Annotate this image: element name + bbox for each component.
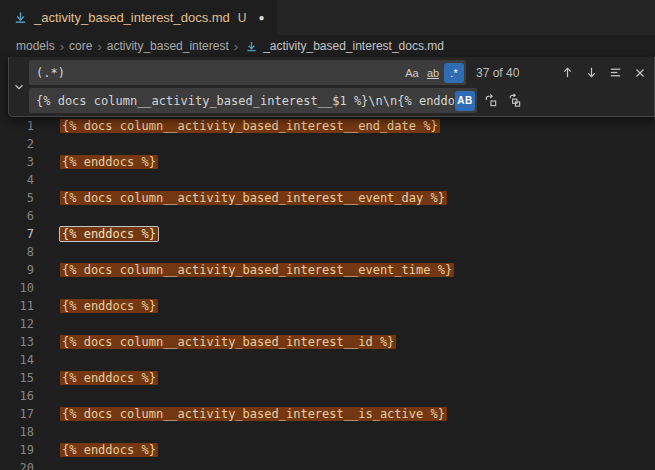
find-match: {% docs column__activity_based_interest_… bbox=[60, 191, 447, 205]
line-text: {% enddocs %} bbox=[60, 153, 158, 171]
code-line[interactable]: 4 bbox=[0, 171, 655, 189]
line-number: 14 bbox=[0, 351, 34, 369]
line-number: 9 bbox=[0, 261, 34, 279]
find-match: {% enddocs %} bbox=[60, 299, 158, 313]
line-text: {% docs column__activity_based_interest_… bbox=[60, 117, 440, 135]
code-line[interactable]: 2 bbox=[0, 135, 655, 153]
code-line[interactable]: 12 bbox=[0, 315, 655, 333]
line-text: {% docs column__activity_based_interest_… bbox=[60, 189, 447, 207]
markdown-file-icon bbox=[12, 10, 28, 26]
code-line[interactable]: 19{% enddocs %} bbox=[0, 441, 655, 459]
line-number: 20 bbox=[0, 459, 34, 470]
code-area[interactable]: 1{% docs column__activity_based_interest… bbox=[0, 117, 655, 470]
breadcrumb-separator: › bbox=[60, 40, 64, 53]
line-number: 8 bbox=[0, 243, 34, 261]
find-match: {% docs column__activity_based_interest_… bbox=[60, 119, 440, 133]
markdown-file-icon bbox=[243, 38, 259, 54]
match-count: 37 of 40 bbox=[476, 66, 519, 80]
replace-value-text: {% docs column__activity_based_interest_… bbox=[36, 94, 454, 108]
code-line[interactable]: 5{% docs column__activity_based_interest… bbox=[0, 189, 655, 207]
find-in-selection-button[interactable] bbox=[605, 62, 626, 83]
code-line[interactable]: 14 bbox=[0, 351, 655, 369]
line-number: 12 bbox=[0, 315, 34, 333]
code-line[interactable]: 20 bbox=[0, 459, 655, 470]
close-icon bbox=[633, 66, 647, 80]
line-text: {% docs column__activity_based_interest_… bbox=[60, 405, 447, 423]
code-line[interactable]: 11{% enddocs %} bbox=[0, 297, 655, 315]
find-match: {% docs column__activity_based_interest_… bbox=[60, 263, 454, 277]
tab-bar: _activity_based_interest_docs.md U ● bbox=[0, 0, 655, 35]
code-line[interactable]: 16 bbox=[0, 387, 655, 405]
line-number: 2 bbox=[0, 135, 34, 153]
code-line[interactable]: 1{% docs column__activity_based_interest… bbox=[0, 117, 655, 135]
code-line[interactable]: 13{% docs column__activity_based_interes… bbox=[0, 333, 655, 351]
replace-all-icon bbox=[507, 93, 522, 108]
line-number: 5 bbox=[0, 189, 34, 207]
code-line[interactable]: 8 bbox=[0, 243, 655, 261]
find-match: {% enddocs %} bbox=[60, 155, 158, 169]
line-number: 6 bbox=[0, 207, 34, 225]
code-line[interactable]: 18 bbox=[0, 423, 655, 441]
find-match: {% enddocs %} bbox=[60, 371, 158, 385]
line-number: 16 bbox=[0, 387, 34, 405]
editor-tab[interactable]: _activity_based_interest_docs.md U ● bbox=[0, 0, 277, 35]
replace-row: {% docs column__activity_based_interest_… bbox=[29, 88, 650, 113]
whole-word-toggle[interactable]: ab bbox=[423, 63, 443, 83]
regex-toggle[interactable]: .* bbox=[444, 63, 464, 83]
replace-input[interactable]: {% docs column__activity_based_interest_… bbox=[29, 88, 477, 113]
match-case-toggle[interactable]: Aa bbox=[402, 63, 422, 83]
chevron-down-icon bbox=[12, 80, 26, 94]
replace-all-button[interactable] bbox=[504, 90, 525, 111]
line-text: {% enddocs %} bbox=[60, 441, 158, 459]
code-line[interactable]: 9{% docs column__activity_based_interest… bbox=[0, 261, 655, 279]
next-match-button[interactable] bbox=[581, 62, 602, 83]
breadcrumb-separator: › bbox=[234, 40, 238, 53]
breadcrumb-item-core[interactable]: core bbox=[69, 39, 92, 53]
git-status-badge: U bbox=[238, 11, 247, 25]
code-line[interactable]: 6 bbox=[0, 207, 655, 225]
breadcrumb-separator: › bbox=[97, 40, 101, 53]
arrow-up-icon bbox=[560, 65, 575, 80]
line-text: {% enddocs %} bbox=[60, 369, 158, 387]
unsaved-changes-dot[interactable]: ● bbox=[259, 12, 265, 23]
breadcrumb-item-activity-based-interest[interactable]: activity_based_interest bbox=[107, 39, 229, 53]
toggle-replace-button[interactable] bbox=[9, 60, 29, 113]
line-number: 18 bbox=[0, 423, 34, 441]
replace-button[interactable] bbox=[480, 90, 501, 111]
line-number: 15 bbox=[0, 369, 34, 387]
arrow-down-icon bbox=[584, 65, 599, 80]
line-text: {% docs column__activity_based_interest_… bbox=[60, 261, 454, 279]
preserve-case-toggle[interactable]: AB bbox=[455, 91, 475, 111]
line-text: {% enddocs %} bbox=[60, 297, 158, 315]
selection-lines-icon bbox=[608, 65, 623, 80]
line-number: 11 bbox=[0, 297, 34, 315]
code-line[interactable]: 15{% enddocs %} bbox=[0, 369, 655, 387]
breadcrumb-file-label: _activity_based_interest_docs.md bbox=[263, 39, 444, 53]
find-input[interactable]: (.*) Aa ab .* bbox=[29, 60, 466, 85]
find-row: (.*) Aa ab .* 37 of 40 bbox=[29, 60, 650, 85]
line-number: 17 bbox=[0, 405, 34, 423]
line-text: {% docs column__activity_based_interest_… bbox=[60, 333, 396, 351]
find-match: {% docs column__activity_based_interest_… bbox=[60, 335, 396, 349]
breadcrumb-item-models[interactable]: models bbox=[16, 39, 55, 53]
breadcrumb: models › core › activity_based_interest … bbox=[0, 35, 655, 57]
replace-icon bbox=[483, 93, 498, 108]
previous-match-button[interactable] bbox=[557, 62, 578, 83]
breadcrumb-item-file[interactable]: _activity_based_interest_docs.md bbox=[243, 38, 444, 54]
code-line[interactable]: 10 bbox=[0, 279, 655, 297]
line-number: 1 bbox=[0, 117, 34, 135]
code-line[interactable]: 7{% enddocs %} bbox=[0, 225, 655, 243]
line-number: 10 bbox=[0, 279, 34, 297]
tab-title: _activity_based_interest_docs.md bbox=[34, 10, 230, 25]
line-number: 19 bbox=[0, 441, 34, 459]
code-line[interactable]: 3{% enddocs %} bbox=[0, 153, 655, 171]
code-line[interactable]: 17{% docs column__activity_based_interes… bbox=[0, 405, 655, 423]
find-match: {% enddocs %} bbox=[60, 443, 158, 457]
find-query-text: (.*) bbox=[36, 66, 401, 80]
line-number: 7 bbox=[0, 225, 34, 243]
line-number: 3 bbox=[0, 153, 34, 171]
find-match: {% docs column__activity_based_interest_… bbox=[60, 407, 447, 421]
current-find-match: {% enddocs %} bbox=[60, 227, 158, 241]
close-find-button[interactable] bbox=[629, 62, 650, 83]
line-number: 4 bbox=[0, 171, 34, 189]
